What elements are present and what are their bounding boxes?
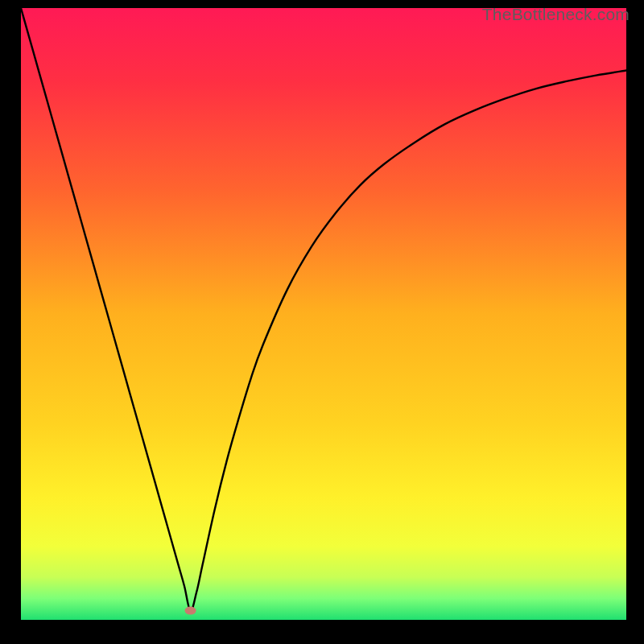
watermark-text: TheBottleneck.com — [482, 5, 630, 24]
gradient-background — [21, 8, 626, 620]
optimal-point-marker — [185, 607, 196, 615]
chart-frame: TheBottleneck.com — [0, 0, 644, 644]
chart-plot-area — [21, 8, 626, 620]
chart-svg — [21, 8, 626, 620]
